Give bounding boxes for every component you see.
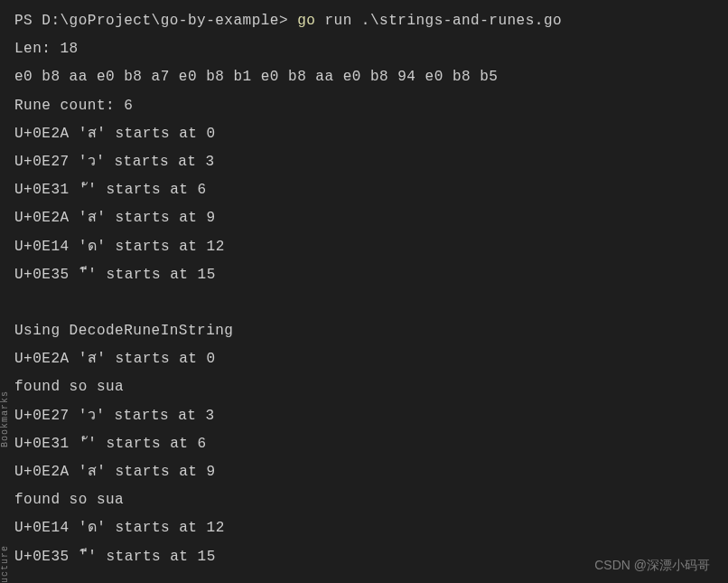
output-line: Rune count: 6 <box>14 92 714 120</box>
output-line: Len: 18 <box>14 35 714 63</box>
output-line: U+0E2A 'ส' starts at 0 <box>14 120 714 148</box>
command-go: go <box>297 13 315 29</box>
output-line: U+0E27 'ว' starts at 3 <box>14 148 714 176</box>
sidebar-bookmarks-label[interactable]: Bookmarks <box>0 390 10 447</box>
output-line: U+0E27 'ว' starts at 3 <box>14 402 714 430</box>
prompt-path: D:\goProject\go-by-example> <box>42 13 297 29</box>
prompt-line: PS D:\goProject\go-by-example> go run .\… <box>14 7 714 35</box>
output-line: Using DecodeRuneInString <box>14 317 714 345</box>
watermark: CSDN @深漂小码哥 <box>594 558 710 574</box>
prompt-ps: PS <box>14 13 42 29</box>
sidebar-structure-label[interactable]: ucture <box>0 545 10 583</box>
output-line: U+0E2A 'ส' starts at 0 <box>14 345 714 373</box>
output-line: U+0E31 'ั' starts at 6 <box>14 430 714 458</box>
command-args: run .\strings-and-runes.go <box>315 13 562 29</box>
output-line: found so sua <box>14 373 714 401</box>
output-line: e0 b8 aa e0 b8 a7 e0 b8 b1 e0 b8 aa e0 b… <box>14 63 714 91</box>
output-line: U+0E31 'ั' starts at 6 <box>14 176 714 204</box>
output-line: found so sua <box>14 486 714 514</box>
output-line: U+0E14 'ด' starts at 12 <box>14 233 714 261</box>
output-line: U+0E2A 'ส' starts at 9 <box>14 458 714 486</box>
output-line: U+0E35 'ี' starts at 15 <box>14 261 714 289</box>
output-line: U+0E2A 'ส' starts at 9 <box>14 204 714 232</box>
output-line <box>14 289 714 317</box>
output-line: U+0E14 'ด' starts at 12 <box>14 514 714 542</box>
terminal-output[interactable]: PS D:\goProject\go-by-example> go run .\… <box>0 0 728 578</box>
